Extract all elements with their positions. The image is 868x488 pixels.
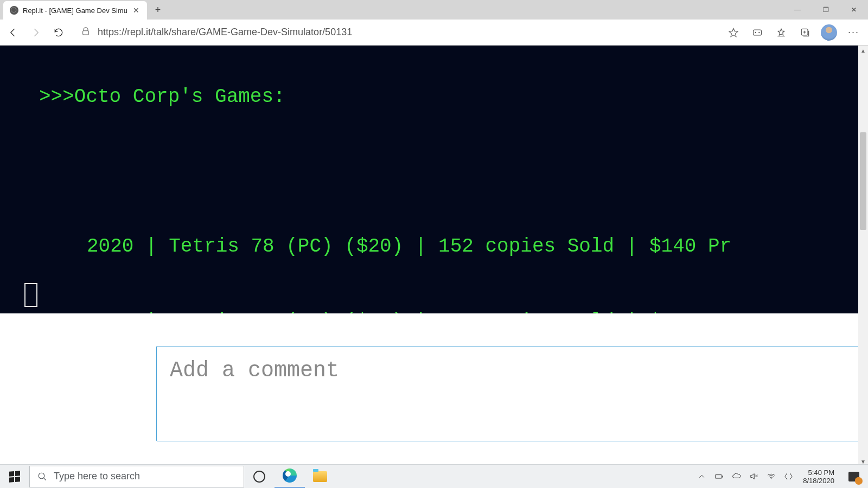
windows-logo-icon (9, 471, 20, 482)
scroll-thumb[interactable] (860, 132, 866, 230)
browser-toolbar: https://repl.it/talk/share/GAME-Game-Dev… (0, 20, 868, 46)
battery-icon[interactable] (714, 472, 724, 481)
window-maximize-button[interactable]: ❐ (812, 0, 840, 20)
system-tray: 5:40 PM 8/18/2020 2 (692, 468, 868, 485)
search-icon (37, 472, 47, 481)
svg-rect-7 (722, 476, 723, 478)
notification-badge: 2 (855, 477, 863, 485)
svg-point-5 (39, 473, 44, 479)
svg-point-8 (770, 478, 771, 479)
clock-time: 5:40 PM (803, 468, 834, 477)
url-text: https://repl.it/talk/share/GAME-Game-Dev… (98, 27, 352, 38)
window-close-button[interactable]: ✕ (840, 0, 868, 20)
media-icon[interactable] (749, 24, 765, 41)
action-center-button[interactable]: 2 (848, 472, 859, 481)
back-button[interactable] (5, 25, 21, 40)
onedrive-icon[interactable] (731, 472, 741, 481)
terminal-line: 2021 | Tetris 92 (PC) ($20) | 166 copies… (0, 309, 731, 313)
taskbar-search[interactable]: Type here to search (29, 466, 244, 487)
svg-rect-0 (83, 30, 89, 34)
tab-close-icon[interactable]: ✕ (132, 6, 141, 15)
favorites-list-icon[interactable] (773, 24, 789, 41)
cortana-button[interactable] (244, 465, 275, 489)
taskbar-clock[interactable]: 5:40 PM 8/18/2020 (801, 468, 837, 485)
refresh-button[interactable] (51, 25, 66, 40)
comment-input[interactable] (156, 346, 861, 441)
profile-avatar[interactable] (821, 24, 837, 41)
cortana-icon (253, 471, 265, 483)
terminal-output[interactable]: >>>Octo Corp's Games: 2020 | Tetris 78 (… (0, 46, 858, 313)
terminal-line: 2020 | Tetris 78 (PC) ($20) | 152 copies… (0, 234, 731, 259)
tray-chevron-up-icon[interactable] (697, 472, 706, 481)
window-titlebar: Repl.it - [GAME] Game Dev Simu ✕ + — ❐ ✕ (0, 0, 868, 20)
edge-icon (283, 468, 297, 483)
browser-tab[interactable]: Repl.it - [GAME] Game Dev Simu ✕ (3, 1, 147, 20)
edge-taskbar-button[interactable] (275, 465, 305, 489)
volume-muted-icon[interactable] (749, 472, 758, 481)
svg-rect-6 (715, 475, 722, 478)
svg-point-2 (755, 31, 756, 33)
tab-title: Repl.it - [GAME] Game Dev Simu (23, 7, 127, 15)
page-viewport: >>>Octo Corp's Games: 2020 | Tetris 78 (… (0, 46, 868, 466)
forward-button[interactable] (28, 25, 43, 40)
address-bar[interactable]: https://repl.it/talk/share/GAME-Game-Dev… (74, 23, 718, 42)
file-explorer-button[interactable] (305, 465, 335, 489)
replit-favicon-icon (10, 6, 18, 15)
folder-icon (313, 471, 327, 482)
clock-date: 8/18/2020 (803, 477, 834, 485)
windows-taskbar: Type here to search 5:40 PM 8/18/2020 2 (0, 464, 868, 488)
terminal-header: >>>Octo Corp's Games: (0, 85, 731, 110)
svg-rect-1 (753, 30, 761, 35)
collections-icon[interactable] (797, 24, 813, 41)
svg-point-3 (758, 31, 760, 33)
dev-settings-icon[interactable] (783, 472, 793, 481)
terminal-cursor-icon (24, 283, 37, 307)
favorite-star-icon[interactable] (725, 24, 742, 41)
lock-icon (81, 27, 90, 38)
settings-menu-button[interactable]: ··· (845, 27, 863, 38)
vertical-scrollbar[interactable]: ▲ ▼ (858, 46, 868, 466)
start-button[interactable] (0, 465, 29, 489)
wifi-icon[interactable] (766, 472, 776, 481)
new-tab-button[interactable]: + (150, 2, 165, 17)
taskbar-search-placeholder: Type here to search (54, 471, 140, 482)
scroll-up-icon[interactable]: ▲ (858, 46, 868, 55)
window-minimize-button[interactable]: — (783, 0, 812, 20)
